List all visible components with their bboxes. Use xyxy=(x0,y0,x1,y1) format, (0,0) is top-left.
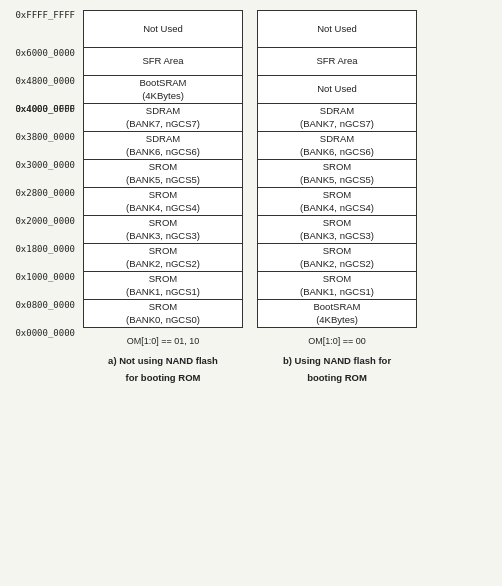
cell-a-6: SROM(BANK4, nGCS4) xyxy=(83,188,243,216)
cell-b-6: SROM(BANK4, nGCS4) xyxy=(257,188,417,216)
cell-a-5: SROM(BANK5, nGCS5) xyxy=(83,160,243,188)
addr-1: 0x6000_0000 xyxy=(15,48,79,58)
addr-10: 0x1000_0000 xyxy=(15,272,79,282)
cell-a-0: Not Used xyxy=(83,10,243,48)
cell-a-4: SDRAM(BANK6, nGCS6) xyxy=(83,132,243,160)
cell-a-9: SROM(BANK1, nGCS1) xyxy=(83,272,243,300)
caption-a: a) Not using NAND flash for booting ROM xyxy=(83,350,243,385)
caption-b: b) Using NAND flash for booting ROM xyxy=(257,350,417,385)
om-label-a: OM[1:0] == 01, 10 xyxy=(83,332,243,346)
cell-b-3: SDRAM(BANK7, nGCS7) xyxy=(257,104,417,132)
cell-b-1: SFR Area xyxy=(257,48,417,76)
addr-7: 0x2800_0000 xyxy=(15,188,79,198)
cell-a-3: SDRAM(BANK7, nGCS7) xyxy=(83,104,243,132)
cell-a-2: BootSRAM(4KBytes) xyxy=(83,76,243,104)
addr-2: 0x4800_0000 xyxy=(15,76,79,86)
memory-map-container: 0xFFFF_FFFF 0x6000_0000 0x4800_0000 0x40… xyxy=(5,10,497,328)
diagram-a: Not Used SFR Area BootSRAM(4KBytes) SDRA… xyxy=(83,10,243,328)
addr-8: 0x2000_0000 xyxy=(15,216,79,226)
addr-6: 0x3000_0000 xyxy=(15,160,79,170)
cell-b-8: SROM(BANK2, nGCS2) xyxy=(257,244,417,272)
addr-9: 0x1800_0000 xyxy=(15,244,79,254)
cell-b-7: SROM(BANK3, nGCS3) xyxy=(257,216,417,244)
cell-a-10: SROM(BANK0, nGCS0) xyxy=(83,300,243,328)
addr-0: 0xFFFF_FFFF xyxy=(15,10,79,20)
cell-b-10: BootSRAM(4KBytes) xyxy=(257,300,417,328)
addr-4: 0x4000_0000 xyxy=(15,104,79,114)
om-label-b: OM[1:0] == 00 xyxy=(257,332,417,346)
diagram-b: Not Used SFR Area Not Used SDRAM(BANK7, … xyxy=(257,10,417,328)
cell-b-5: SROM(BANK5, nGCS5) xyxy=(257,160,417,188)
cell-a-7: SROM(BANK3, nGCS3) xyxy=(83,216,243,244)
cell-b-4: SDRAM(BANK6, nGCS6) xyxy=(257,132,417,160)
cell-b-9: SROM(BANK1, nGCS1) xyxy=(257,272,417,300)
address-column: 0xFFFF_FFFF 0x6000_0000 0x4800_0000 0x40… xyxy=(5,10,83,328)
cell-b-0: Not Used xyxy=(257,10,417,48)
cell-b-2: Not Used xyxy=(257,76,417,104)
cell-a-1: SFR Area xyxy=(83,48,243,76)
addr-5: 0x3800_0000 xyxy=(15,132,79,142)
cell-a-8: SROM(BANK2, nGCS2) xyxy=(83,244,243,272)
addr-11: 0x0800_0000 xyxy=(15,300,79,310)
